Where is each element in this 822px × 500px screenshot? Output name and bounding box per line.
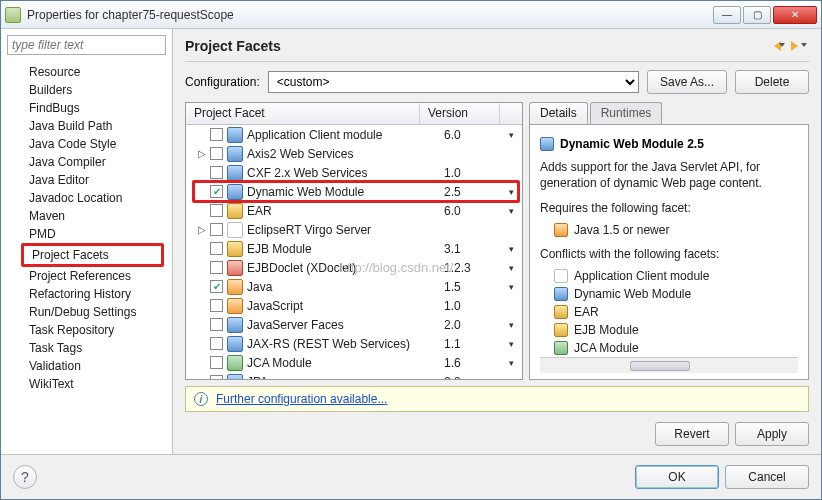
- configuration-select[interactable]: <custom>: [268, 71, 639, 93]
- facet-version: 1.0: [444, 299, 500, 313]
- version-dropdown-icon[interactable]: ▾: [500, 358, 522, 368]
- sidebar-item-refactoring-history[interactable]: Refactoring History: [1, 285, 172, 303]
- facet-row[interactable]: ✔Dynamic Web Module2.5▾: [186, 182, 522, 201]
- forward-button[interactable]: [789, 37, 809, 55]
- version-dropdown-icon[interactable]: ▾: [500, 187, 522, 197]
- facet-row[interactable]: JPA2.0▾: [186, 372, 522, 379]
- conflicts-label: Conflicts with the following facets:: [540, 247, 798, 261]
- further-config-link[interactable]: Further configuration available...: [216, 392, 387, 406]
- facet-row[interactable]: JAX-RS (REST Web Services)1.1▾: [186, 334, 522, 353]
- facet-version: 1.0: [444, 166, 500, 180]
- facet-version: 2.5: [444, 185, 500, 199]
- sidebar-item-java-compiler[interactable]: Java Compiler: [1, 153, 172, 171]
- expand-icon[interactable]: ▷: [196, 224, 208, 235]
- facet-icon: [227, 241, 243, 257]
- minimize-button[interactable]: —: [713, 6, 741, 24]
- apply-button[interactable]: Apply: [735, 422, 809, 446]
- tab-details[interactable]: Details: [529, 102, 588, 124]
- cancel-button[interactable]: Cancel: [725, 465, 809, 489]
- facet-checkbox[interactable]: [210, 242, 223, 255]
- facet-row[interactable]: ▷Axis2 Web Services: [186, 144, 522, 163]
- revert-button[interactable]: Revert: [655, 422, 729, 446]
- window-icon: [5, 7, 21, 23]
- back-button[interactable]: [767, 37, 787, 55]
- list-item: Dynamic Web Module: [554, 285, 798, 303]
- version-dropdown-icon[interactable]: ▾: [500, 282, 522, 292]
- facet-row[interactable]: EJB Module3.1▾: [186, 239, 522, 258]
- facet-checkbox[interactable]: [210, 204, 223, 217]
- facet-row[interactable]: ✔Java1.5▾: [186, 277, 522, 296]
- facet-row[interactable]: JavaServer Faces2.0▾: [186, 315, 522, 334]
- facet-checkbox[interactable]: [210, 128, 223, 141]
- facet-row[interactable]: Application Client module6.0▾: [186, 125, 522, 144]
- delete-button[interactable]: Delete: [735, 70, 809, 94]
- ok-button[interactable]: OK: [635, 465, 719, 489]
- properties-dialog: Properties for chapter75-requestScope — …: [0, 0, 822, 500]
- sidebar-item-task-repository[interactable]: Task Repository: [1, 321, 172, 339]
- facet-row[interactable]: CXF 2.x Web Services1.0: [186, 163, 522, 182]
- version-dropdown-icon[interactable]: ▾: [500, 339, 522, 349]
- sidebar-item-java-editor[interactable]: Java Editor: [1, 171, 172, 189]
- facet-row[interactable]: JCA Module1.6▾: [186, 353, 522, 372]
- sidebar-item-javadoc-location[interactable]: Javadoc Location: [1, 189, 172, 207]
- filter-input[interactable]: [7, 35, 166, 55]
- version-dropdown-icon[interactable]: ▾: [500, 263, 522, 273]
- sidebar-item-builders[interactable]: Builders: [1, 81, 172, 99]
- version-dropdown-icon[interactable]: ▾: [500, 244, 522, 254]
- facet-checkbox[interactable]: [210, 337, 223, 350]
- expand-icon[interactable]: ▷: [196, 148, 208, 159]
- help-button[interactable]: ?: [13, 465, 37, 489]
- sidebar-item-java-build-path[interactable]: Java Build Path: [1, 117, 172, 135]
- tab-runtimes[interactable]: Runtimes: [590, 102, 663, 124]
- facet-row[interactable]: EJBDoclet (XDoclet)1.2.3▾: [186, 258, 522, 277]
- save-as-button[interactable]: Save As...: [647, 70, 727, 94]
- sidebar-item-run-debug-settings[interactable]: Run/Debug Settings: [1, 303, 172, 321]
- sidebar-item-java-code-style[interactable]: Java Code Style: [1, 135, 172, 153]
- filter-box: [7, 35, 166, 55]
- facet-icon: [227, 355, 243, 371]
- facet-checkbox[interactable]: [210, 318, 223, 331]
- facet-checkbox[interactable]: [210, 147, 223, 160]
- close-button[interactable]: ✕: [773, 6, 817, 24]
- facet-checkbox[interactable]: [210, 166, 223, 179]
- col-dropdown: [500, 103, 522, 124]
- sidebar-item-maven[interactable]: Maven: [1, 207, 172, 225]
- facet-version: 2.0: [444, 318, 500, 332]
- version-dropdown-icon[interactable]: ▾: [500, 130, 522, 140]
- facet-row[interactable]: JavaScript1.0: [186, 296, 522, 315]
- sidebar-item-resource[interactable]: Resource: [1, 63, 172, 81]
- facet-checkbox[interactable]: [210, 261, 223, 274]
- sidebar-item-task-tags[interactable]: Task Tags: [1, 339, 172, 357]
- version-dropdown-icon[interactable]: ▾: [500, 206, 522, 216]
- list-item: Java 1.5 or newer: [554, 221, 798, 239]
- facet-label: Dynamic Web Module: [247, 185, 444, 199]
- facet-checkbox[interactable]: [210, 223, 223, 236]
- col-version[interactable]: Version: [420, 103, 500, 124]
- facet-checkbox[interactable]: ✔: [210, 280, 223, 293]
- facet-icon: [227, 336, 243, 352]
- facet-row[interactable]: EAR6.0▾: [186, 201, 522, 220]
- facet-label: CXF 2.x Web Services: [247, 166, 444, 180]
- sidebar-item-pmd[interactable]: PMD: [1, 225, 172, 243]
- facet-row[interactable]: ▷EclipseRT Virgo Server: [186, 220, 522, 239]
- facet-checkbox[interactable]: [210, 299, 223, 312]
- maximize-button[interactable]: ▢: [743, 6, 771, 24]
- facet-checkbox[interactable]: ✔: [210, 185, 223, 198]
- horizontal-scrollbar[interactable]: [540, 357, 798, 373]
- sidebar-item-findbugs[interactable]: FindBugs: [1, 99, 172, 117]
- list-item: EJB Module: [554, 321, 798, 339]
- version-dropdown-icon[interactable]: ▾: [500, 377, 522, 380]
- facet-icon: [227, 203, 243, 219]
- facet-icon: [554, 323, 568, 337]
- col-project-facet[interactable]: Project Facet: [186, 103, 420, 124]
- sidebar-item-project-references[interactable]: Project References: [1, 267, 172, 285]
- sidebar-item-validation[interactable]: Validation: [1, 357, 172, 375]
- sidebar-item-project-facets[interactable]: Project Facets: [21, 243, 164, 267]
- info-icon: i: [194, 392, 208, 406]
- sidebar-item-wikitext[interactable]: WikiText: [1, 375, 172, 393]
- facet-label: Java: [247, 280, 444, 294]
- facet-label: EJBDoclet (XDoclet): [247, 261, 444, 275]
- facet-checkbox[interactable]: [210, 356, 223, 369]
- facet-checkbox[interactable]: [210, 375, 223, 379]
- version-dropdown-icon[interactable]: ▾: [500, 320, 522, 330]
